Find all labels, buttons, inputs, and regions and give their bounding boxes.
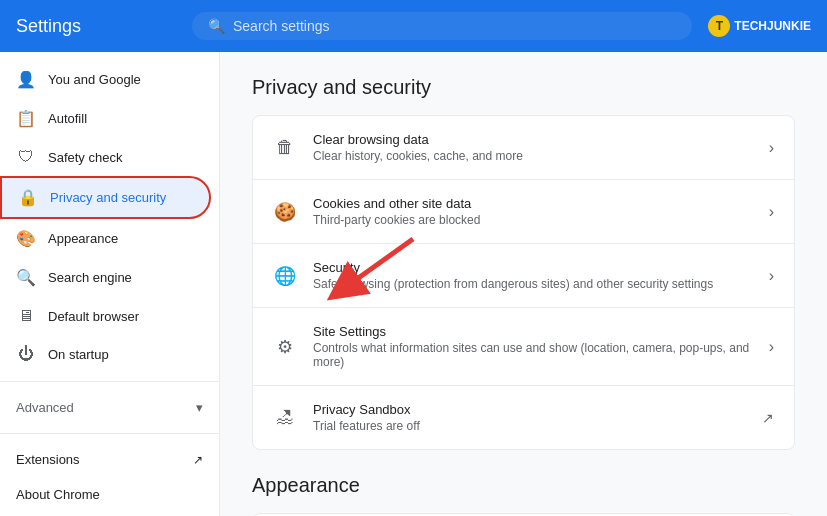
search-container[interactable]: 🔍 [192,12,692,40]
security-item[interactable]: 🌐 Security Safe Browsing (protection fro… [253,244,794,308]
cookies-text: Cookies and other site data Third-party … [313,196,753,227]
appearance-section: Appearance Theme Just Black ↗ Reset to d… [252,474,795,516]
lock-icon: 🔒 [18,188,38,207]
content-area: Privacy and security 🗑 Clear browsing da… [220,52,827,516]
arrow-right-icon-2: › [769,203,774,221]
search-icon: 🔍 [208,18,225,34]
trash-icon: 🗑 [273,137,297,158]
sidebar-label-you-google: You and Google [48,72,141,87]
sidebar-label-appearance: Appearance [48,231,118,246]
sidebar-label-autofill: Autofill [48,111,87,126]
arrow-right-icon-3: › [769,267,774,285]
privacy-section-title: Privacy and security [252,76,795,99]
cookies-title: Cookies and other site data [313,196,753,211]
site-settings-title: Site Settings [313,324,753,339]
sidebar-divider [0,381,219,382]
sidebar-label-safety-check: Safety check [48,150,122,165]
sidebar-item-safety-check[interactable]: 🛡 Safety check [0,138,211,176]
browser-icon: 🖥 [16,307,36,325]
topbar: Settings 🔍 T TECHJUNKIE [0,0,827,52]
logo-t-icon: T [708,15,730,37]
sidebar-about-chrome[interactable]: About Chrome [0,477,211,512]
privacy-sandbox-desc: Trial features are off [313,419,746,433]
cookies-icon: 🍪 [273,201,297,223]
site-settings-text: Site Settings Controls what information … [313,324,753,369]
privacy-section: Privacy and security 🗑 Clear browsing da… [252,76,795,450]
sidebar-item-privacy-security[interactable]: 🔒 Privacy and security [0,176,211,219]
about-label: About Chrome [16,487,100,502]
sidebar-item-on-startup[interactable]: ⏻ On startup [0,335,211,373]
sidebar-item-autofill[interactable]: 📋 Autofill [0,99,211,138]
clear-browsing-desc: Clear history, cookies, cache, and more [313,149,753,163]
techjunkie-logo: T TECHJUNKIE [708,15,811,37]
extensions-label: Extensions [16,452,80,467]
security-title: Security [313,260,753,275]
appearance-section-title: Appearance [252,474,795,497]
shield-icon: 🛡 [16,148,36,166]
startup-icon: ⏻ [16,345,36,363]
site-settings-desc: Controls what information sites can use … [313,341,753,369]
sidebar: 👤 You and Google 📋 Autofill 🛡 Safety che… [0,52,220,516]
cookies-item[interactable]: 🍪 Cookies and other site data Third-part… [253,180,794,244]
sidebar-label-on-startup: On startup [48,347,109,362]
arrow-right-icon: › [769,139,774,157]
sidebar-divider-2 [0,433,219,434]
search-engine-icon: 🔍 [16,268,36,287]
sidebar-label-search-engine: Search engine [48,270,132,285]
search-input[interactable] [233,18,676,34]
sidebar-label-privacy-security: Privacy and security [50,190,166,205]
site-settings-item[interactable]: ⚙ Site Settings Controls what informatio… [253,308,794,386]
site-settings-icon: ⚙ [273,336,297,358]
sidebar-item-you-google[interactable]: 👤 You and Google [0,60,211,99]
external-link-icon-2: ↗ [762,410,774,426]
clear-browsing-item[interactable]: 🗑 Clear browsing data Clear history, coo… [253,116,794,180]
sandbox-icon: 🏖 [273,407,297,428]
logo-name: TECHJUNKIE [734,19,811,33]
appearance-icon: 🎨 [16,229,36,248]
clear-browsing-title: Clear browsing data [313,132,753,147]
sidebar-item-default-browser[interactable]: 🖥 Default browser [0,297,211,335]
autofill-icon: 📋 [16,109,36,128]
security-desc: Safe Browsing (protection from dangerous… [313,277,753,291]
external-link-icon: ↗ [193,453,203,467]
advanced-label: Advanced [16,400,74,415]
sidebar-item-appearance[interactable]: 🎨 Appearance [0,219,211,258]
privacy-sandbox-text: Privacy Sandbox Trial features are off [313,402,746,433]
chevron-down-icon: ▾ [196,400,203,415]
privacy-sandbox-item[interactable]: 🏖 Privacy Sandbox Trial features are off… [253,386,794,449]
topbar-title: Settings [16,16,176,37]
clear-browsing-text: Clear browsing data Clear history, cooki… [313,132,753,163]
privacy-card: 🗑 Clear browsing data Clear history, coo… [252,115,795,450]
arrow-right-icon-4: › [769,338,774,356]
security-icon: 🌐 [273,265,297,287]
main-layout: 👤 You and Google 📋 Autofill 🛡 Safety che… [0,52,827,516]
sidebar-extensions[interactable]: Extensions ↗ [0,442,219,477]
sidebar-label-default-browser: Default browser [48,309,139,324]
sidebar-advanced[interactable]: Advanced ▾ [0,390,219,425]
privacy-sandbox-title: Privacy Sandbox [313,402,746,417]
person-icon: 👤 [16,70,36,89]
cookies-desc: Third-party cookies are blocked [313,213,753,227]
security-text: Security Safe Browsing (protection from … [313,260,753,291]
sidebar-item-search-engine[interactable]: 🔍 Search engine [0,258,211,297]
